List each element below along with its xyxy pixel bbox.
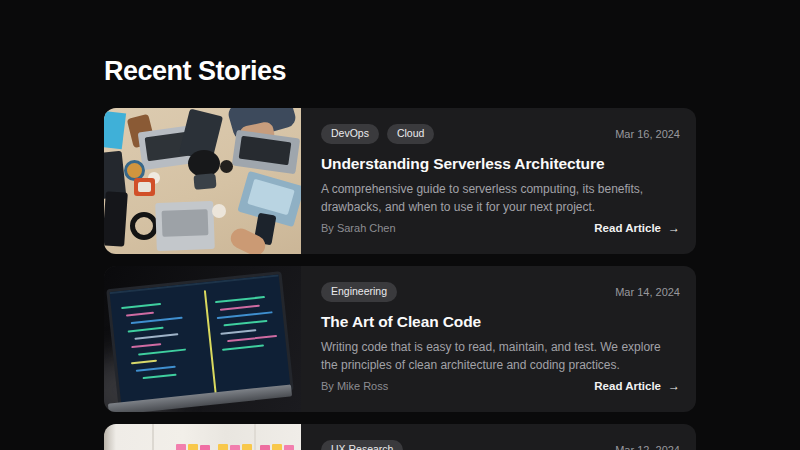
article-list: DevOps Cloud Mar 16, 2024 Understanding …	[104, 108, 696, 450]
article-author: By Sarah Chen	[321, 222, 396, 234]
article-content: UX Research Mar 12, 2024	[301, 424, 696, 450]
article-content: DevOps Cloud Mar 16, 2024 Understanding …	[301, 108, 696, 254]
tag-pill[interactable]: DevOps	[321, 124, 379, 144]
article-date: Mar 16, 2024	[615, 128, 680, 140]
read-article-link[interactable]: Read Article →	[594, 379, 680, 393]
article-content: Engineering Mar 14, 2024 The Art of Clea…	[301, 266, 696, 412]
article-thumbnail-code-photo	[104, 266, 301, 412]
article-date: Mar 14, 2024	[615, 286, 680, 298]
article-footer-row: By Sarah Chen Read Article →	[321, 221, 680, 235]
article-author: By Mike Ross	[321, 380, 388, 392]
tag-pill[interactable]: Engineering	[321, 282, 397, 302]
tag-list: DevOps Cloud	[321, 124, 434, 144]
read-article-link[interactable]: Read Article →	[594, 221, 680, 235]
tag-pill[interactable]: Cloud	[387, 124, 434, 144]
page-title: Recent Stories	[104, 56, 696, 87]
article-title[interactable]: The Art of Clean Code	[321, 313, 680, 331]
article-footer-row: By Mike Ross Read Article →	[321, 379, 680, 393]
read-article-label: Read Article	[594, 380, 661, 392]
read-article-label: Read Article	[594, 222, 661, 234]
arrow-right-icon: →	[668, 379, 680, 393]
article-description: A comprehensive guide to serverless comp…	[321, 180, 680, 217]
recent-stories-page: Recent Stories DevOps	[104, 56, 696, 450]
article-description: Writing code that is easy to read, maint…	[321, 338, 680, 375]
article-meta-row: Engineering Mar 14, 2024	[321, 282, 680, 302]
article-card[interactable]: UX Research Mar 12, 2024	[104, 424, 696, 450]
article-meta-row: UX Research Mar 12, 2024	[321, 440, 680, 450]
article-date: Mar 12, 2024	[615, 444, 680, 450]
article-meta-row: DevOps Cloud Mar 16, 2024	[321, 124, 680, 144]
article-thumbnail-whiteboard-photo	[104, 424, 301, 450]
article-card[interactable]: Engineering Mar 14, 2024 The Art of Clea…	[104, 266, 696, 412]
article-title[interactable]: Understanding Serverless Architecture	[321, 155, 680, 173]
article-thumbnail-workspace-photo	[104, 108, 301, 254]
arrow-right-icon: →	[668, 221, 680, 235]
article-card[interactable]: DevOps Cloud Mar 16, 2024 Understanding …	[104, 108, 696, 254]
tag-list: Engineering	[321, 282, 397, 302]
tag-pill[interactable]: UX Research	[321, 440, 403, 450]
tag-list: UX Research	[321, 440, 403, 450]
